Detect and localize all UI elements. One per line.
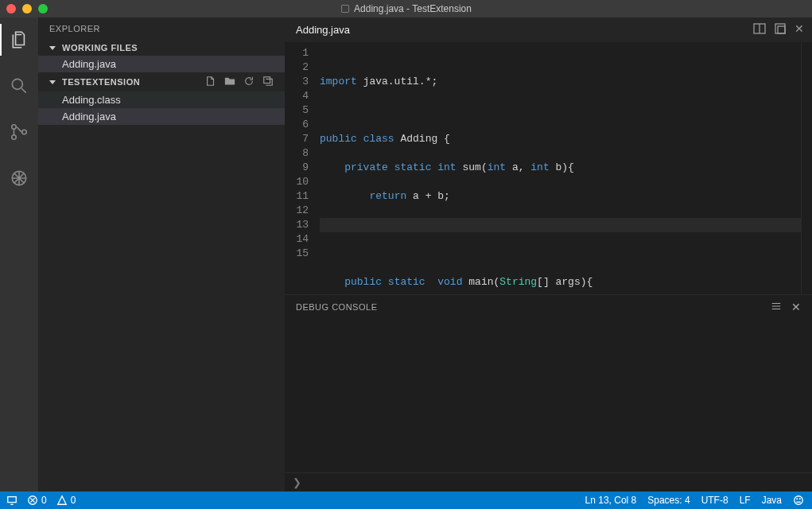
window-title: Adding.java - TestExtension <box>0 3 812 14</box>
activity-debug[interactable] <box>0 162 38 194</box>
svg-point-13 <box>797 499 798 499</box>
close-panel-icon[interactable]: ✕ <box>791 301 802 313</box>
activity-bar <box>0 17 38 492</box>
git-icon <box>9 122 29 142</box>
status-eol[interactable]: LF <box>740 495 751 506</box>
working-file-item[interactable]: Adding.java <box>38 56 285 72</box>
panel-body <box>285 319 812 472</box>
editor-tabs: Adding.java ✕ <box>285 17 812 43</box>
working-files-header[interactable]: WORKING FILES <box>38 40 285 56</box>
panel-input[interactable]: ❯ <box>285 472 812 492</box>
line-gutter: 123456789101112131415 <box>285 43 320 294</box>
status-feedback-icon[interactable] <box>793 495 804 506</box>
bug-icon <box>9 168 29 188</box>
status-bar: 0 0 Ln 13, Col 8 Spaces: 4 UTF-8 LF Java <box>0 492 812 509</box>
activity-explorer[interactable] <box>0 24 38 56</box>
activity-git[interactable] <box>0 116 38 148</box>
new-file-icon[interactable] <box>205 76 216 88</box>
new-folder-icon[interactable] <box>224 76 235 88</box>
close-editor-icon[interactable]: ✕ <box>795 22 804 37</box>
sidebar-title: EXPLORER <box>38 17 285 40</box>
svg-rect-0 <box>342 6 349 13</box>
svg-point-1 <box>12 79 22 89</box>
collapse-all-icon[interactable] <box>262 76 274 88</box>
status-errors[interactable]: 0 <box>27 495 47 506</box>
svg-rect-8 <box>775 24 785 33</box>
chevron-right-icon: ❯ <box>293 476 301 488</box>
debug-console-panel: DEBUG CONSOLE ✕ ❯ <box>285 294 812 492</box>
status-remote-icon[interactable] <box>6 495 17 506</box>
split-editor-icon[interactable] <box>753 22 766 37</box>
project-file-item[interactable]: Adding.java <box>38 108 285 125</box>
activity-search[interactable] <box>0 70 38 102</box>
titlebar: Adding.java - TestExtension <box>0 0 812 17</box>
editor: Adding.java ✕ 123456789101112131415 impo… <box>285 17 812 492</box>
files-icon <box>10 29 30 50</box>
minimap[interactable] <box>801 43 812 294</box>
svg-rect-10 <box>8 497 17 503</box>
status-warnings[interactable]: 0 <box>56 495 76 506</box>
search-icon <box>9 76 29 96</box>
project-file-item[interactable]: Adding.class <box>38 91 285 108</box>
panel-settings-icon[interactable] <box>771 301 782 313</box>
svg-point-2 <box>12 125 16 129</box>
sidebar: EXPLORER WORKING FILES Adding.java TESTE… <box>38 17 285 492</box>
svg-point-12 <box>795 496 803 505</box>
code-area[interactable]: import java.util.*; public class Adding … <box>320 43 801 294</box>
chevron-down-icon <box>49 80 56 84</box>
status-encoding[interactable]: UTF-8 <box>701 495 728 506</box>
svg-point-4 <box>22 130 26 134</box>
refresh-icon[interactable] <box>243 76 254 88</box>
chevron-down-icon <box>49 46 56 50</box>
status-language[interactable]: Java <box>762 495 782 506</box>
status-spaces[interactable]: Spaces: 4 <box>647 495 690 506</box>
status-cursor[interactable]: Ln 13, Col 8 <box>585 495 637 506</box>
svg-point-14 <box>799 499 800 499</box>
svg-rect-6 <box>264 77 270 84</box>
more-icon[interactable] <box>774 22 787 37</box>
project-header[interactable]: TESTEXTENSION <box>38 72 285 91</box>
svg-rect-9 <box>778 26 785 33</box>
editor-tab[interactable]: Adding.java <box>285 17 361 43</box>
panel-title: DEBUG CONSOLE <box>296 302 377 312</box>
svg-point-3 <box>12 135 16 139</box>
